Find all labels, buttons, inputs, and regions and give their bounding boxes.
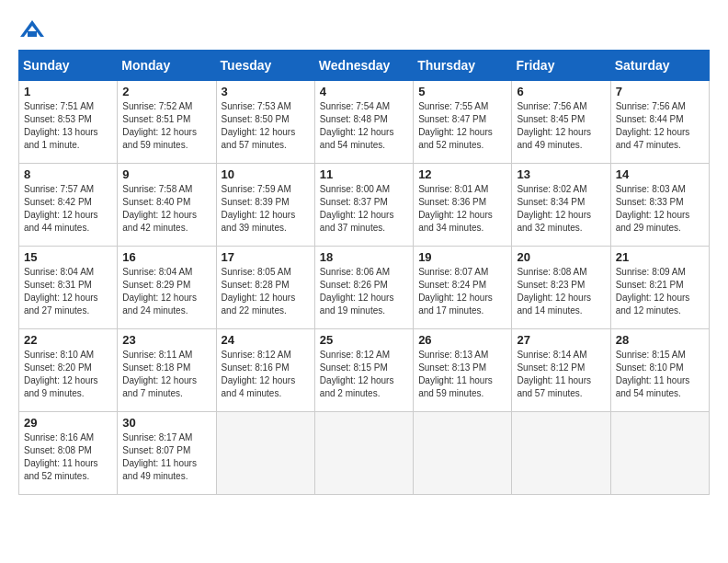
- day-number: 27: [517, 333, 605, 347]
- day-number: 26: [418, 333, 506, 347]
- day-info: Sunrise: 8:07 AM Sunset: 8:24 PM Dayligh…: [418, 266, 506, 317]
- calendar-week-5: 29Sunrise: 8:16 AM Sunset: 8:08 PM Dayli…: [19, 412, 710, 495]
- calendar-cell: 12Sunrise: 8:01 AM Sunset: 8:36 PM Dayli…: [414, 164, 512, 247]
- day-number: 2: [122, 85, 210, 98]
- calendar-cell: 22Sunrise: 8:10 AM Sunset: 8:20 PM Dayli…: [19, 329, 118, 412]
- calendar-cell: 30Sunrise: 8:17 AM Sunset: 8:07 PM Dayli…: [118, 412, 216, 495]
- day-number: 3: [222, 85, 310, 98]
- day-info: Sunrise: 8:05 AM Sunset: 8:28 PM Dayligh…: [222, 266, 310, 317]
- calendar-cell: 10Sunrise: 7:59 AM Sunset: 8:39 PM Dayli…: [216, 164, 314, 247]
- day-number: 12: [418, 167, 506, 181]
- day-number: 4: [320, 85, 408, 98]
- col-sunday: Sunday: [19, 51, 118, 81]
- day-info: Sunrise: 8:03 AM Sunset: 8:33 PM Dayligh…: [616, 183, 704, 235]
- day-number: 28: [616, 333, 704, 347]
- day-number: 21: [616, 250, 704, 264]
- day-number: 16: [122, 250, 210, 264]
- calendar-cell: 7Sunrise: 7:56 AM Sunset: 8:44 PM Daylig…: [610, 81, 709, 164]
- calendar-cell: 28Sunrise: 8:15 AM Sunset: 8:10 PM Dayli…: [610, 329, 709, 412]
- calendar-cell: 1Sunrise: 7:51 AM Sunset: 8:53 PM Daylig…: [19, 81, 118, 164]
- day-info: Sunrise: 8:17 AM Sunset: 8:07 PM Dayligh…: [122, 431, 210, 483]
- calendar-cell: 11Sunrise: 8:00 AM Sunset: 8:37 PM Dayli…: [314, 164, 413, 247]
- day-number: 8: [24, 167, 112, 181]
- day-number: 13: [517, 167, 605, 181]
- day-info: Sunrise: 8:06 AM Sunset: 8:26 PM Dayligh…: [320, 266, 408, 317]
- day-number: 6: [517, 85, 605, 98]
- day-info: Sunrise: 8:02 AM Sunset: 8:34 PM Dayligh…: [517, 183, 605, 235]
- day-info: Sunrise: 8:10 AM Sunset: 8:20 PM Dayligh…: [24, 349, 112, 400]
- calendar-cell: 16Sunrise: 8:04 AM Sunset: 8:29 PM Dayli…: [118, 247, 216, 329]
- day-info: Sunrise: 8:16 AM Sunset: 8:08 PM Dayligh…: [24, 431, 112, 483]
- calendar-cell: [216, 412, 314, 495]
- day-info: Sunrise: 8:14 AM Sunset: 8:12 PM Dayligh…: [517, 349, 605, 400]
- day-info: Sunrise: 8:12 AM Sunset: 8:15 PM Dayligh…: [320, 349, 408, 400]
- col-friday: Friday: [512, 51, 610, 81]
- day-number: 14: [616, 167, 704, 181]
- logo-icon: [18, 18, 46, 40]
- calendar-cell: 9Sunrise: 7:58 AM Sunset: 8:40 PM Daylig…: [118, 164, 216, 247]
- day-info: Sunrise: 7:52 AM Sunset: 8:51 PM Dayligh…: [122, 100, 210, 152]
- page-container: Sunday Monday Tuesday Wednesday Thursday…: [18, 18, 710, 495]
- day-info: Sunrise: 7:54 AM Sunset: 8:48 PM Dayligh…: [320, 100, 408, 152]
- calendar-cell: [512, 412, 610, 495]
- day-info: Sunrise: 7:57 AM Sunset: 8:42 PM Dayligh…: [24, 183, 112, 235]
- day-number: 23: [122, 333, 210, 347]
- calendar-cell: 23Sunrise: 8:11 AM Sunset: 8:18 PM Dayli…: [118, 329, 216, 412]
- day-number: 29: [24, 416, 112, 430]
- calendar-cell: 27Sunrise: 8:14 AM Sunset: 8:12 PM Dayli…: [512, 329, 610, 412]
- day-info: Sunrise: 8:04 AM Sunset: 8:31 PM Dayligh…: [24, 266, 112, 317]
- day-number: 10: [222, 167, 310, 181]
- col-saturday: Saturday: [610, 51, 709, 81]
- logo: [18, 18, 50, 40]
- col-thursday: Thursday: [414, 51, 512, 81]
- day-info: Sunrise: 8:09 AM Sunset: 8:21 PM Dayligh…: [616, 266, 704, 317]
- header: [18, 18, 710, 40]
- calendar-cell: 21Sunrise: 8:09 AM Sunset: 8:21 PM Dayli…: [610, 247, 709, 329]
- day-number: 1: [24, 85, 112, 98]
- calendar-week-4: 22Sunrise: 8:10 AM Sunset: 8:20 PM Dayli…: [19, 329, 710, 412]
- day-number: 20: [517, 250, 605, 264]
- calendar-cell: 24Sunrise: 8:12 AM Sunset: 8:16 PM Dayli…: [216, 329, 314, 412]
- calendar-cell: 6Sunrise: 7:56 AM Sunset: 8:45 PM Daylig…: [512, 81, 610, 164]
- day-number: 9: [122, 167, 210, 181]
- day-number: 25: [320, 333, 408, 347]
- calendar-cell: 18Sunrise: 8:06 AM Sunset: 8:26 PM Dayli…: [314, 247, 413, 329]
- day-number: 5: [418, 85, 506, 98]
- day-number: 24: [222, 333, 310, 347]
- calendar-cell: [314, 412, 413, 495]
- day-info: Sunrise: 8:12 AM Sunset: 8:16 PM Dayligh…: [222, 349, 310, 400]
- day-number: 17: [222, 250, 310, 264]
- calendar-cell: 5Sunrise: 7:55 AM Sunset: 8:47 PM Daylig…: [414, 81, 512, 164]
- day-info: Sunrise: 7:56 AM Sunset: 8:44 PM Dayligh…: [616, 100, 704, 152]
- calendar-week-3: 15Sunrise: 8:04 AM Sunset: 8:31 PM Dayli…: [19, 247, 710, 329]
- calendar-cell: 4Sunrise: 7:54 AM Sunset: 8:48 PM Daylig…: [314, 81, 413, 164]
- calendar-cell: 15Sunrise: 8:04 AM Sunset: 8:31 PM Dayli…: [19, 247, 118, 329]
- calendar-cell: 17Sunrise: 8:05 AM Sunset: 8:28 PM Dayli…: [216, 247, 314, 329]
- calendar-cell: 8Sunrise: 7:57 AM Sunset: 8:42 PM Daylig…: [19, 164, 118, 247]
- calendar-cell: 29Sunrise: 8:16 AM Sunset: 8:08 PM Dayli…: [19, 412, 118, 495]
- calendar-cell: 3Sunrise: 7:53 AM Sunset: 8:50 PM Daylig…: [216, 81, 314, 164]
- calendar-cell: 19Sunrise: 8:07 AM Sunset: 8:24 PM Dayli…: [414, 247, 512, 329]
- calendar-table: Sunday Monday Tuesday Wednesday Thursday…: [18, 50, 710, 495]
- calendar-week-2: 8Sunrise: 7:57 AM Sunset: 8:42 PM Daylig…: [19, 164, 710, 247]
- calendar-cell: 14Sunrise: 8:03 AM Sunset: 8:33 PM Dayli…: [610, 164, 709, 247]
- svg-rect-2: [28, 31, 37, 37]
- day-info: Sunrise: 7:58 AM Sunset: 8:40 PM Dayligh…: [122, 183, 210, 235]
- day-info: Sunrise: 8:01 AM Sunset: 8:36 PM Dayligh…: [418, 183, 506, 235]
- day-number: 7: [616, 85, 704, 98]
- col-monday: Monday: [118, 51, 216, 81]
- calendar-cell: 25Sunrise: 8:12 AM Sunset: 8:15 PM Dayli…: [314, 329, 413, 412]
- calendar-cell: 26Sunrise: 8:13 AM Sunset: 8:13 PM Dayli…: [414, 329, 512, 412]
- calendar-cell: 13Sunrise: 8:02 AM Sunset: 8:34 PM Dayli…: [512, 164, 610, 247]
- day-info: Sunrise: 7:56 AM Sunset: 8:45 PM Dayligh…: [517, 100, 605, 152]
- day-number: 11: [320, 167, 408, 181]
- day-number: 22: [24, 333, 112, 347]
- day-info: Sunrise: 7:55 AM Sunset: 8:47 PM Dayligh…: [418, 100, 506, 152]
- day-number: 18: [320, 250, 408, 264]
- day-number: 15: [24, 250, 112, 264]
- col-wednesday: Wednesday: [314, 51, 413, 81]
- calendar-cell: [414, 412, 512, 495]
- calendar-header-row: Sunday Monday Tuesday Wednesday Thursday…: [19, 51, 710, 81]
- calendar-week-1: 1Sunrise: 7:51 AM Sunset: 8:53 PM Daylig…: [19, 81, 710, 164]
- day-info: Sunrise: 7:51 AM Sunset: 8:53 PM Dayligh…: [24, 100, 112, 152]
